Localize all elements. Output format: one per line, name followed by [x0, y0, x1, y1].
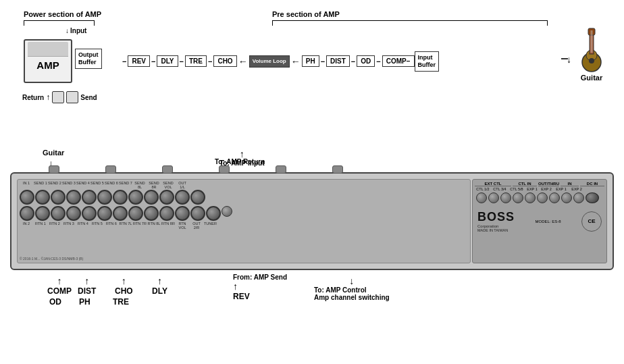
connector-2 — [105, 165, 116, 174]
jack-ctl58 — [500, 192, 511, 203]
hardware-unit: IN 1 SEND 1 SEND 2 SEND 3 SEND 4 SEND 5 … — [10, 172, 614, 270]
amp-label: AMP — [36, 59, 59, 71]
right-panel: EXT CTL CTL IN OUT/THRU IN DC IN CTL 1/2… — [472, 179, 607, 263]
jack-rtn1 — [35, 206, 50, 221]
chain-row: − REV − DLY − TRE − CHO ← Volume Loop ← … — [121, 51, 439, 72]
label-rev: REV — [233, 292, 287, 301]
label-dly: ↑ DLY — [152, 276, 167, 296]
chain-dist: DIST — [326, 55, 350, 67]
bottom-jack-labels: IN 2 RTN 1 RTN 2 RTN 3 RTN 4 RTN 5 RTN 6… — [18, 222, 470, 230]
connector-4 — [219, 165, 230, 174]
top-connectors — [49, 165, 343, 174]
guitar-icon-area: Guitar — [575, 27, 608, 82]
jack-rtn5 — [97, 206, 112, 221]
main-container: Power section of AMP Pre section of AMP … — [0, 0, 624, 364]
chain-comp: COMP− — [382, 55, 415, 67]
jack-midi-out — [561, 192, 572, 203]
jack-ctl12 — [476, 192, 487, 203]
to-amp-control-label: To: AMP Control — [314, 286, 390, 294]
pre-brace — [272, 20, 548, 26]
boss-area: BOSS Corporation MADE IN TAIWAN MODEL: E… — [475, 210, 604, 232]
label-cho: ↑ CHO — [115, 276, 133, 296]
jack-in1 — [20, 190, 34, 205]
input-arrow-label: ↓ Input — [66, 27, 86, 34]
label-dist: ↑ DIST — [78, 276, 96, 296]
top-jack-labels: IN 1 SEND 1 SEND 2 SEND 3 SEND 4 SEND 5 … — [18, 180, 470, 189]
guitar-arrow-down: ↓ — [567, 54, 571, 65]
volume-loop-box: Volume Loop — [249, 55, 290, 68]
connector-1 — [49, 165, 59, 174]
output-buffer-box: OutputBuffer — [75, 49, 102, 69]
chain-rev: REV — [128, 55, 150, 67]
jack-in2 — [20, 206, 34, 221]
jack-rtn4 — [82, 206, 97, 221]
jack-dc — [586, 192, 599, 203]
connector-6 — [332, 165, 343, 174]
to-amp-control-area: ↓ To: AMP Control Amp channel switching — [314, 276, 390, 301]
send-label: Send — [80, 94, 97, 101]
chain-ph: PH — [302, 55, 319, 67]
made-in-label: MADE IN TAIWAN — [477, 228, 515, 232]
right-panel-jacks1 — [475, 192, 604, 203]
label-od: OD — [49, 297, 61, 307]
return-jack-symbol — [52, 91, 64, 103]
chain-tre: TRE — [185, 55, 207, 67]
jack-out1l — [190, 190, 205, 205]
jack-send1 — [35, 190, 50, 205]
jack-ctle2 — [549, 192, 560, 203]
jack-send2 — [51, 190, 66, 205]
amp-return-label: To: AMP Return — [215, 158, 265, 165]
jack-exp2 — [525, 192, 536, 203]
jacks-panel: IN 1 SEND 1 SEND 2 SEND 3 SEND 4 SEND 5 … — [17, 179, 471, 263]
jack-send3 — [66, 190, 81, 205]
connector-3 — [162, 165, 173, 174]
model-area: MODEL: ES-8 — [536, 219, 561, 224]
chain-dly: DLY — [157, 55, 178, 67]
jack-send8r — [159, 190, 174, 205]
jack-midi-in — [573, 192, 584, 203]
jack-send5 — [97, 190, 112, 205]
jack-rtn6 — [113, 206, 128, 221]
jack-ctle1 — [537, 192, 548, 203]
boss-logo-area: BOSS Corporation MADE IN TAIWAN — [477, 210, 515, 232]
jack-rtn-vol — [190, 206, 205, 221]
chain-od: OD — [357, 55, 375, 67]
boss-label: BOSS — [477, 210, 515, 224]
guitar-bottom-label: Guitar — [43, 149, 64, 157]
jack-ctl34 — [488, 192, 499, 203]
label-comp: ↑ COMP — [47, 276, 72, 296]
jack-send4 — [82, 190, 97, 205]
pre-section-label: Pre section of AMP — [272, 10, 340, 18]
label-ph: PH — [79, 297, 90, 307]
jack-out2r — [206, 206, 221, 221]
jack-rtn7r — [144, 206, 159, 221]
from-amp-send-label: From: AMP Send — [233, 274, 287, 281]
send-jack-symbol — [66, 91, 78, 103]
amp-channel-label: Amp channel switching — [314, 294, 390, 301]
jack-rtn8l — [159, 206, 174, 221]
jack-rtn8r — [175, 206, 190, 221]
ce-mark: CE — [581, 211, 602, 232]
jack-send6 — [113, 190, 128, 205]
model-label: MODEL: ES-8 — [536, 219, 561, 224]
input-buffer-box: InputBuffer — [415, 51, 440, 72]
serial-text: © 2016-1 M... ©JAN:CES-3 DS/NMB-3 (B) — [20, 257, 83, 261]
top-jacks-row — [18, 189, 470, 205]
jack-send8l — [144, 190, 159, 205]
jack-tuner — [222, 206, 232, 217]
jack-rtn2 — [51, 206, 66, 221]
power-section-label: Power section of AMP — [24, 10, 101, 18]
svg-point-4 — [589, 58, 594, 63]
jack-rtn3 — [66, 206, 81, 221]
return-send-area: Return ↑ Send — [22, 91, 97, 103]
return-label: Return — [22, 94, 44, 101]
bottom-diagram: Guitar ↓ ↑ To: AMP Input To: AMP Return — [10, 149, 614, 358]
jack-send7 — [128, 190, 143, 205]
top-diagram: Power section of AMP Pre section of AMP … — [10, 7, 614, 149]
amp-box: AMP — [24, 39, 72, 83]
right-panel-subheaders: CTL 1/2 CTL 3/4 CTL 5/8 EXP 1 EXP 2 EXP … — [475, 187, 604, 191]
guitar-icon — [575, 27, 608, 74]
label-tre: TRE — [113, 297, 129, 307]
from-amp-send-area: From: AMP Send ↑ REV — [233, 274, 287, 301]
connector-5 — [276, 165, 286, 174]
